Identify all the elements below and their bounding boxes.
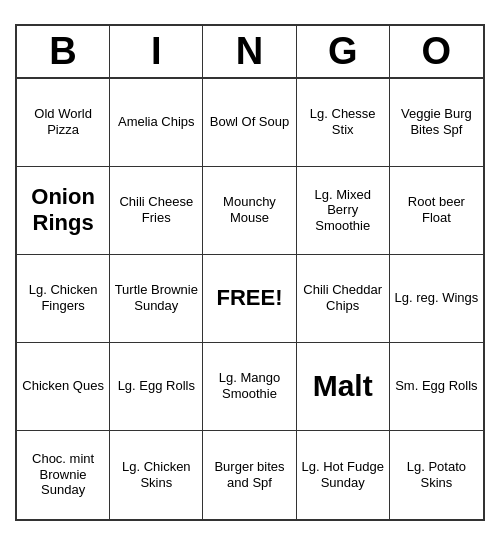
bingo-cell-18: Malt — [297, 343, 390, 431]
bingo-cell-23: Lg. Hot Fudge Sunday — [297, 431, 390, 519]
bingo-grid: Old World PizzaAmelia ChipsBowl Of SoupL… — [17, 79, 483, 519]
bingo-card: BINGO Old World PizzaAmelia ChipsBowl Of… — [15, 24, 485, 521]
bingo-cell-4: Veggie Burg Bites Spf — [390, 79, 483, 167]
bingo-cell-2: Bowl Of Soup — [203, 79, 296, 167]
bingo-cell-14: Lg. reg. Wings — [390, 255, 483, 343]
bingo-cell-10: Lg. Chicken Fingers — [17, 255, 110, 343]
bingo-cell-16: Lg. Egg Rolls — [110, 343, 203, 431]
bingo-header-letter: N — [203, 26, 296, 77]
bingo-cell-12: FREE! — [203, 255, 296, 343]
bingo-header: BINGO — [17, 26, 483, 79]
bingo-cell-9: Root beer Float — [390, 167, 483, 255]
bingo-cell-3: Lg. Chesse Stix — [297, 79, 390, 167]
bingo-cell-17: Lg. Mango Smoothie — [203, 343, 296, 431]
bingo-cell-0: Old World Pizza — [17, 79, 110, 167]
bingo-cell-19: Sm. Egg Rolls — [390, 343, 483, 431]
bingo-header-letter: G — [297, 26, 390, 77]
bingo-cell-7: Mounchy Mouse — [203, 167, 296, 255]
bingo-cell-11: Turtle Brownie Sunday — [110, 255, 203, 343]
bingo-cell-15: Chicken Ques — [17, 343, 110, 431]
bingo-cell-21: Lg. Chicken Skins — [110, 431, 203, 519]
bingo-cell-22: Burger bites and Spf — [203, 431, 296, 519]
bingo-cell-6: Chili Cheese Fries — [110, 167, 203, 255]
bingo-cell-1: Amelia Chips — [110, 79, 203, 167]
bingo-cell-20: Choc. mint Brownie Sunday — [17, 431, 110, 519]
bingo-header-letter: O — [390, 26, 483, 77]
bingo-cell-8: Lg. Mixed Berry Smoothie — [297, 167, 390, 255]
bingo-cell-24: Lg. Potato Skins — [390, 431, 483, 519]
bingo-header-letter: B — [17, 26, 110, 77]
bingo-cell-13: Chili Cheddar Chips — [297, 255, 390, 343]
bingo-header-letter: I — [110, 26, 203, 77]
bingo-cell-5: Onion Rings — [17, 167, 110, 255]
